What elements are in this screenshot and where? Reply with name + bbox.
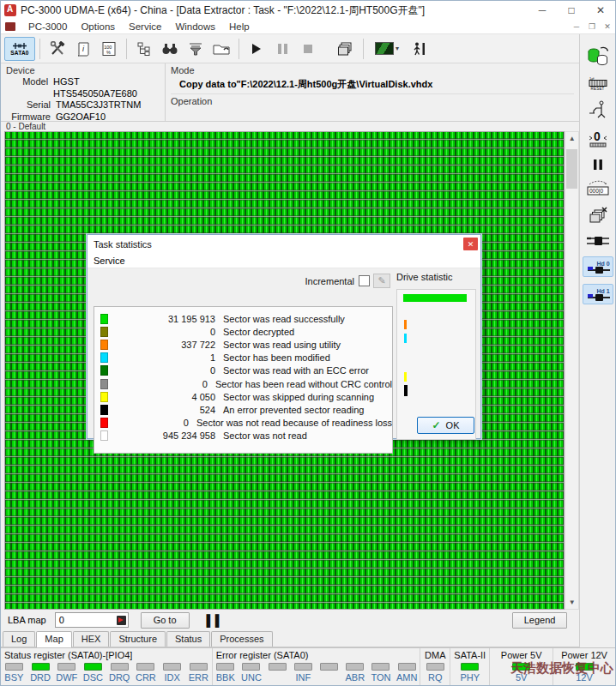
status-color-swatch [100, 352, 108, 363]
led-label: INF [296, 672, 311, 683]
led-label: RQ [428, 672, 443, 683]
device-caption: Device [6, 65, 160, 75]
sector-count: 31 195 913 [108, 314, 215, 324]
dialog-menu-service[interactable]: Service [94, 256, 125, 266]
menu-bar: PC-3000OptionsServiceWindowsHelp ─ ❐ ✕ [1, 20, 615, 34]
exit-task-button[interactable] [406, 37, 432, 61]
status-description: Sector was read using utility [223, 340, 341, 350]
scroll-up-icon[interactable]: ▲ [569, 132, 576, 145]
search-button[interactable] [157, 37, 183, 61]
led-light [111, 663, 129, 671]
task-folder-button[interactable] [208, 37, 234, 61]
led-light [269, 663, 287, 671]
sata-leds: PHY [450, 663, 489, 683]
ata-connector-icon [586, 235, 610, 247]
legend-button[interactable]: Legend [512, 612, 567, 629]
maximize-button[interactable]: □ [557, 1, 586, 20]
clear-copies-button[interactable] [583, 207, 613, 226]
tab-status[interactable]: Status [166, 631, 210, 647]
menu-item-service[interactable]: Service [122, 21, 168, 32]
power12-leds: 12V [553, 663, 615, 683]
drive-statistic-mark [404, 334, 407, 343]
sector-count: 524 [108, 405, 215, 415]
led-indicator-abr: ABR [342, 663, 368, 683]
statistics-row: 337 722Sector was read using utility [94, 338, 392, 351]
sector-count: 0 [108, 365, 215, 376]
device-field-value: TMA55C3J3TRTNM [56, 99, 141, 111]
scroll-thumb[interactable] [566, 149, 577, 189]
hd0-button[interactable]: Hd 0 [583, 256, 613, 277]
menu-item-help[interactable]: Help [222, 21, 257, 32]
toolbar-separator [239, 39, 239, 59]
goto-button[interactable]: Go to [141, 612, 190, 629]
menu-item-windows[interactable]: Windows [168, 21, 222, 32]
incremental-checkbox[interactable] [359, 275, 370, 286]
status-color-swatch [100, 379, 108, 389]
led-light [32, 663, 50, 671]
lba-map-label: LBA map [8, 615, 46, 625]
statistics-report-button[interactable]: 100% [96, 37, 122, 61]
sector-count: 0 [108, 418, 189, 428]
power5-leds: 5V [490, 663, 553, 683]
window-title: PC-3000 UDMA-E (x64) - China - [Data Ext… [21, 3, 528, 18]
mdi-close-button[interactable]: ✕ [600, 22, 615, 31]
edit-statistics-button[interactable]: ✎ [373, 274, 390, 288]
tab-processes[interactable]: Processes [211, 631, 272, 647]
sidebar-pause-button[interactable] [583, 159, 613, 171]
map-view-button[interactable]: ▾ [368, 37, 406, 61]
log-report-button[interactable]: i [70, 37, 96, 61]
task-tree-button[interactable] [131, 37, 157, 61]
start-button[interactable] [244, 37, 269, 61]
dialog-title-bar[interactable]: Task statistics ✕ [88, 235, 480, 253]
drive-copy-icon [587, 46, 609, 67]
close-button[interactable]: ✕ [586, 1, 615, 20]
sector-counter-button[interactable]: 000|0 [583, 180, 613, 197]
connector-button[interactable] [583, 235, 613, 247]
led-light [320, 663, 338, 671]
map-scrollbar[interactable]: ▲ ▼ [565, 131, 579, 610]
ok-button[interactable]: ✓ OK [417, 417, 474, 434]
menu-item-pc-3000[interactable]: PC-3000 [21, 21, 74, 32]
ata-registers-button[interactable]: 0 [583, 129, 613, 149]
stop-button[interactable] [295, 37, 321, 61]
lba-mode-icon[interactable] [117, 616, 126, 625]
bottom-tabbar: LogMapHEXStructureStatusProcesses [1, 630, 579, 647]
mdi-restore-button[interactable]: ❐ [584, 22, 600, 31]
dma-caption: DMA [420, 650, 450, 660]
mdi-minimize-button[interactable]: ─ [569, 22, 584, 31]
map-pause-button[interactable]: ▌▌ [207, 614, 224, 627]
led-indicator-12v: 12V [553, 663, 615, 683]
led-indicator-bsy: BSY [1, 663, 27, 683]
tab-map[interactable]: Map [36, 631, 71, 647]
tab-hex[interactable]: HEX [73, 631, 110, 647]
tools-icon [50, 41, 65, 57]
drive-copy-button[interactable] [583, 46, 613, 67]
svg-text:%: % [106, 49, 111, 54]
heads-control-button[interactable] [583, 100, 613, 119]
pause-button[interactable] [269, 37, 295, 61]
tab-log[interactable]: Log [3, 631, 35, 647]
dialog-close-button[interactable]: ✕ [463, 238, 478, 250]
tab-structure[interactable]: Structure [110, 631, 166, 647]
status-description: Sector was read successfully [223, 314, 345, 324]
minimize-button[interactable]: ─ [528, 1, 557, 20]
reset-button[interactable]: 1⇄ RESET [583, 76, 613, 91]
utility-tools-button[interactable] [45, 37, 70, 61]
reset-label: RESET [591, 87, 605, 91]
hd1-button[interactable]: Hd 1 [583, 284, 613, 304]
copies-button[interactable] [333, 37, 359, 61]
mdi-window-controls: ─ ❐ ✕ [569, 22, 615, 31]
scroll-down-icon[interactable]: ▼ [569, 596, 576, 609]
sata0-port-button[interactable]: SATA0 [4, 37, 35, 61]
lba-input[interactable]: 0 [55, 612, 129, 628]
led-label: UNC [241, 672, 262, 683]
led-label: 5V [516, 672, 527, 683]
statistics-row: 31 195 913Sector was read successfully [94, 312, 392, 325]
status-color-swatch [100, 430, 108, 441]
filter-button[interactable] [183, 37, 208, 61]
menu-item-options[interactable]: Options [74, 21, 122, 32]
binoculars-icon [161, 42, 178, 56]
counter-icon: 000|0 [586, 180, 610, 197]
right-toolbar: 1⇄ RESET 0 000|0 Hd 0 [580, 34, 615, 647]
led-light [346, 663, 364, 671]
